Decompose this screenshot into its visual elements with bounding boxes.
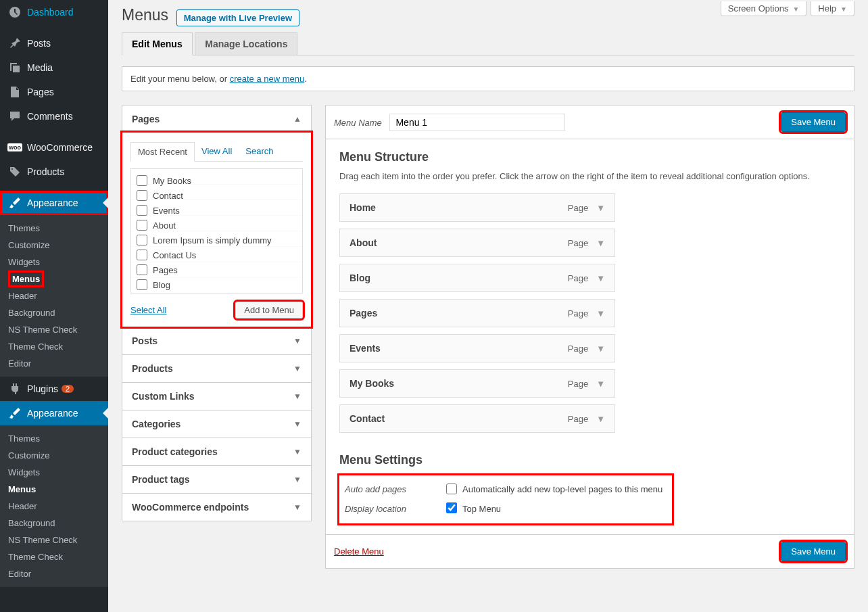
sidebar-sub-ns-theme-check[interactable]: NS Theme Check <box>0 321 108 338</box>
page-checklist-item[interactable]: Contact <box>135 188 298 203</box>
sidebar-item-appearance-2[interactable]: Appearance <box>0 401 108 425</box>
sidebar-item-posts[interactable]: Posts <box>0 31 108 55</box>
page-checkbox[interactable] <box>137 190 147 201</box>
inner-tab-view-all[interactable]: View All <box>195 142 239 161</box>
accordion-woo-endpoints: WooCommerce endpoints▼ <box>122 494 312 521</box>
caret-down-icon: ▼ <box>293 392 302 401</box>
accordion-header-product-categories[interactable]: Product categories▼ <box>122 438 311 465</box>
plugin-icon <box>8 382 22 396</box>
sidebar-sub-header[interactable]: Header <box>0 287 108 304</box>
caret-down-icon[interactable]: ▼ <box>596 344 605 354</box>
menu-item-type: Page <box>568 379 588 389</box>
caret-down-icon: ▼ <box>293 336 302 346</box>
sidebar-item-pages[interactable]: Pages <box>0 80 108 104</box>
sidebar-sub-widgets[interactable]: Widgets <box>0 254 108 270</box>
sidebar-sub-ns-theme-check[interactable]: NS Theme Check <box>0 532 108 548</box>
sidebar-sub-editor[interactable]: Editor <box>0 355 108 372</box>
menu-structure-item[interactable]: EventsPage▼ <box>339 334 615 362</box>
select-all-link[interactable]: Select All <box>130 305 166 315</box>
caret-down-icon[interactable]: ▼ <box>596 203 605 213</box>
sidebar-item-appearance[interactable]: Appearance <box>0 191 108 215</box>
sidebar-sub-background[interactable]: Background <box>0 304 108 321</box>
page-checklist-item[interactable]: Contact Us <box>135 248 298 262</box>
woo-icon: woo <box>8 141 22 154</box>
page-checklist-item[interactable]: Blog <box>135 277 298 292</box>
save-menu-button-top[interactable]: Save Menu <box>781 112 846 132</box>
page-checklist-item[interactable]: My Books <box>135 173 298 188</box>
tab-manage-locations[interactable]: Manage Locations <box>195 32 297 55</box>
sidebar-sub-customize[interactable]: Customize <box>0 447 108 464</box>
sidebar-sub-themes[interactable]: Themes <box>0 430 108 447</box>
caret-up-icon: ▲ <box>293 114 302 124</box>
accordion-header-categories[interactable]: Categories▼ <box>122 410 311 438</box>
sidebar-sub-customize[interactable]: Customize <box>0 237 108 254</box>
sidebar-sub-editor[interactable]: Editor <box>0 565 108 582</box>
page-checkbox[interactable] <box>137 264 147 275</box>
menu-structure-item[interactable]: BlogPage▼ <box>339 264 615 292</box>
accordion-header-product-tags[interactable]: Product tags▼ <box>122 466 311 493</box>
caret-down-icon[interactable]: ▼ <box>596 414 605 424</box>
accordion-header-custom-links[interactable]: Custom Links▼ <box>122 383 311 410</box>
menu-item-title: Blog <box>349 273 370 283</box>
sidebar-item-plugins[interactable]: Plugins 2 <box>0 377 108 401</box>
page-checkbox[interactable] <box>137 235 147 245</box>
accordion-header-products[interactable]: Products▼ <box>122 355 311 382</box>
page-checkbox[interactable] <box>137 205 147 216</box>
accordion-header-posts[interactable]: Posts▼ <box>122 327 311 354</box>
sidebar-label: Plugins <box>27 383 58 394</box>
sidebar-item-products[interactable]: Products <box>0 160 108 184</box>
menu-structure-item[interactable]: ContactPage▼ <box>339 404 615 433</box>
brush-icon <box>8 406 22 420</box>
sidebar-item-media[interactable]: Media <box>0 55 108 80</box>
pages-checklist[interactable]: My BooksContactEventsAboutLorem Ipsum is… <box>130 168 303 293</box>
brush-icon <box>8 196 22 210</box>
menu-structure-item[interactable]: HomePage▼ <box>339 193 615 222</box>
accordion-header-woo-endpoints[interactable]: WooCommerce endpoints▼ <box>122 494 311 521</box>
screen-options-button[interactable]: Screen Options▼ <box>721 1 807 16</box>
sidebar-sub-theme-check[interactable]: Theme Check <box>0 338 108 355</box>
page-checkbox[interactable] <box>137 175 147 186</box>
sidebar-item-dashboard[interactable]: Dashboard <box>0 0 108 24</box>
sidebar-sub-menus[interactable]: Menus <box>0 481 108 498</box>
sidebar-sub-menus[interactable]: Menus <box>8 270 44 287</box>
page-checklist-item[interactable]: Events <box>135 203 298 218</box>
caret-down-icon[interactable]: ▼ <box>596 308 605 319</box>
caret-down-icon[interactable]: ▼ <box>596 238 605 248</box>
menu-name-input[interactable] <box>389 114 565 131</box>
menu-structure-item[interactable]: AboutPage▼ <box>339 229 615 257</box>
page-checkbox[interactable] <box>137 279 147 290</box>
caret-down-icon[interactable]: ▼ <box>596 273 605 283</box>
auto-add-checkbox[interactable] <box>446 484 457 494</box>
caret-down-icon[interactable]: ▼ <box>596 379 605 389</box>
page-checklist-item[interactable]: Lorem Ipsum is simply dummy <box>135 233 298 248</box>
page-checklist-label: Blog <box>153 280 170 290</box>
help-button[interactable]: Help▼ <box>811 1 854 16</box>
caret-down-icon: ▼ <box>293 475 302 484</box>
sidebar-item-comments[interactable]: Comments <box>0 104 108 128</box>
sidebar-sub-theme-check[interactable]: Theme Check <box>0 548 108 565</box>
menu-structure-item[interactable]: My BooksPage▼ <box>339 369 615 398</box>
auto-add-checkbox-label[interactable]: Automatically add new top-level pages to… <box>446 484 662 494</box>
accordion-header-pages[interactable]: Pages ▲ <box>122 105 311 133</box>
save-menu-button-bottom[interactable]: Save Menu <box>781 542 846 561</box>
sidebar-item-woocommerce[interactable]: woo WooCommerce <box>0 135 108 160</box>
top-menu-checkbox-label[interactable]: Top Menu <box>446 502 501 515</box>
inner-tab-recent[interactable]: Most Recent <box>130 142 195 162</box>
inner-tab-search[interactable]: Search <box>239 142 280 161</box>
sidebar-sub-header[interactable]: Header <box>0 498 108 515</box>
sidebar-sub-background[interactable]: Background <box>0 515 108 532</box>
top-menu-checkbox[interactable] <box>446 502 457 513</box>
menu-structure-item[interactable]: PagesPage▼ <box>339 299 615 327</box>
page-checklist-item[interactable]: Pages <box>135 262 298 277</box>
page-checklist-item[interactable]: About <box>135 218 298 233</box>
manage-live-preview-button[interactable]: Manage with Live Preview <box>176 9 299 26</box>
delete-menu-link[interactable]: Delete Menu <box>334 546 384 557</box>
caret-down-icon: ▼ <box>792 5 799 13</box>
add-to-menu-button[interactable]: Add to Menu <box>235 302 303 319</box>
sidebar-sub-themes[interactable]: Themes <box>0 220 108 237</box>
create-menu-link[interactable]: create a new menu <box>230 74 305 84</box>
page-checkbox[interactable] <box>137 250 147 260</box>
tab-edit-menus[interactable]: Edit Menus <box>122 32 193 55</box>
sidebar-sub-widgets[interactable]: Widgets <box>0 464 108 481</box>
page-checkbox[interactable] <box>137 220 147 231</box>
